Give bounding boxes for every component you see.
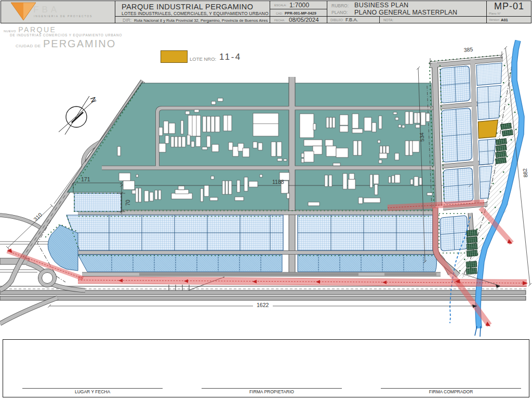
escala-value: 1:7000 xyxy=(289,2,309,9)
signature-field-firma-propietario: FIRMA PROPIETARIO xyxy=(202,388,342,394)
title-block-plano-cell: RUBRO: BUSINESS PLAN PLANO: PLANO GENERA… xyxy=(327,1,487,23)
compass-north-label: N xyxy=(89,96,98,104)
drawing-sheet: 385 534 882 310 171 70 1188 1622 N FBA I… xyxy=(0,0,532,399)
dibujo-value: F.B.A. xyxy=(345,17,358,22)
nota-label: NOTA: xyxy=(383,18,393,22)
subtitle-parque: PARQUE xyxy=(18,25,56,34)
legend-swatch xyxy=(161,50,188,63)
dim-385: 385 xyxy=(463,46,473,52)
fecha-label: FECHA: xyxy=(274,19,285,22)
plano-value: PLANO GENERAL MASTERPLAN xyxy=(354,9,457,16)
dir-label: DIR: xyxy=(123,18,131,23)
fecha-value: 08/05/2024 xyxy=(289,17,319,23)
title-block: FBA INGENIERIA DE PROYECTOS PARQUE INDUS… xyxy=(1,1,531,23)
version-label: Version xyxy=(489,18,499,21)
escala-label: ESCALA: xyxy=(274,4,287,7)
signature-field-lugar-y-fecha: LUGAR Y FECHA xyxy=(22,388,163,394)
project-address-row: DIR: Ruta Nacional 8 y Ruta Provincial 3… xyxy=(115,16,270,23)
title-block-scale-cell: ESCALA: 1:7000 CAD: PPR-001-MP-0429 FECH… xyxy=(270,1,327,23)
fba-logo-tagline: INGENIERIA DE PROYECTOS xyxy=(34,15,92,18)
rubro-label: RUBRO: xyxy=(331,3,349,8)
sheet-number-label: Plano N° xyxy=(489,12,501,15)
legend-lot-number: 11-4 xyxy=(219,52,242,62)
plano-label: PLANO: xyxy=(331,10,348,15)
cad-label: CAD: xyxy=(276,12,283,15)
highlighted-lot-11-4 xyxy=(478,120,498,138)
title-block-title-cell: PARQUE INDUSTRIAL PERGAMINO LOTES INDUST… xyxy=(115,1,270,23)
dim-171: 171 xyxy=(81,176,90,182)
subtitle-ciudad: CIUDAD DE xyxy=(16,44,41,48)
legend-label: LOTE NRO: xyxy=(190,56,216,62)
dim-310: 310 xyxy=(32,211,43,222)
dim-1622: 1622 xyxy=(257,302,269,308)
small-lot xyxy=(74,193,121,211)
project-title: PARQUE INDUSTRIAL PERGAMINO xyxy=(122,3,253,11)
fba-logo-text: FBA xyxy=(33,5,60,15)
cad-value: PPR-001-MP-0429 xyxy=(285,11,316,16)
sheet-number: MP-01 xyxy=(494,1,524,12)
dibujo-label: DIBUJO: xyxy=(330,18,343,22)
project-subtitle: LOTES INDUSTRIALES, COMERCIALES, Y EQUIP… xyxy=(122,11,269,16)
subtitle-nuevo: NUEVO xyxy=(4,30,16,33)
title-block-number-cell: MP-01 Plano N° Version A01 xyxy=(487,1,531,23)
dim-70: 70 xyxy=(125,200,131,206)
dim-1188: 1188 xyxy=(272,179,284,185)
title-block-logo-cell: FBA INGENIERIA DE PROYECTOS xyxy=(1,1,115,23)
dim-882: 882 xyxy=(522,168,529,178)
rubro-value: BUSINESS PLAN xyxy=(354,2,409,9)
subtitle-pergamino: PERGAMINO xyxy=(43,38,116,49)
dim-534: 534 xyxy=(418,132,425,142)
dir-value: Ruta Nacional 8 y Ruta Provincial 32, Pe… xyxy=(134,18,268,23)
version-value: A01 xyxy=(501,18,508,22)
subtitle-line2: DE INDUSTRIAS COMERCIOS Y EQUIPAMIENTO U… xyxy=(10,33,122,37)
north-compass: N xyxy=(59,96,98,135)
signature-field-firma-comprador: FIRMA COMPRADOR xyxy=(381,388,521,394)
signature-footer: LUGAR Y FECHA FIRMA PROPIETARIO FIRMA CO… xyxy=(3,339,529,397)
